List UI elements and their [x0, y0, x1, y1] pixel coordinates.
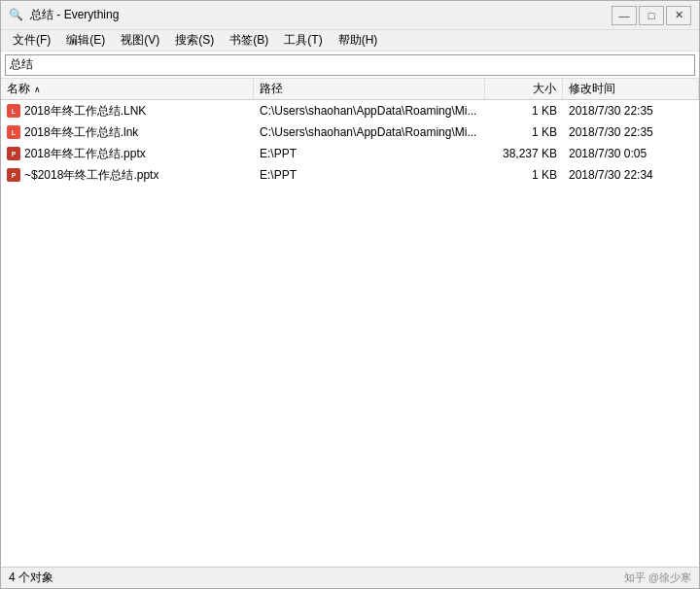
- cell-modified: 2018/7/30 22:35: [563, 121, 699, 143]
- cell-name: L2018年终工作总结.LNK: [1, 100, 254, 121]
- file-name: 2018年终工作总结.lnk: [24, 124, 138, 141]
- menu-item[interactable]: 搜索(S): [167, 30, 222, 51]
- title-text: 总结 - Everything: [30, 7, 612, 23]
- table-row[interactable]: P~$2018年终工作总结.pptxE:\PPT1 KB2018/7/30 22…: [1, 164, 699, 186]
- window-controls: — □ ✕: [612, 6, 691, 25]
- lnk-icon: L: [7, 125, 20, 139]
- pptx-icon: P: [7, 147, 20, 160]
- table-row[interactable]: L2018年终工作总结.LNKC:\Users\shaohan\AppData\…: [1, 100, 699, 121]
- restore-button[interactable]: □: [639, 6, 664, 25]
- col-header-path[interactable]: 路径: [254, 79, 485, 99]
- column-headers: 名称 ∧ 路径 大小 修改时间: [1, 79, 699, 100]
- file-list[interactable]: L2018年终工作总结.LNKC:\Users\shaohan\AppData\…: [1, 100, 699, 567]
- col-modified-label: 修改时间: [569, 81, 615, 97]
- cell-size: 38,237 KB: [485, 143, 563, 164]
- cell-modified: 2018/7/30 22:35: [563, 100, 699, 121]
- col-path-label: 路径: [260, 81, 283, 97]
- close-button[interactable]: ✕: [666, 6, 691, 25]
- status-count: 4 个对象: [9, 570, 53, 586]
- search-input[interactable]: [5, 54, 695, 76]
- menu-item[interactable]: 帮助(H): [331, 30, 386, 51]
- col-header-size[interactable]: 大小: [485, 79, 563, 99]
- menu-item[interactable]: 工具(T): [276, 30, 330, 51]
- search-bar: [1, 52, 699, 79]
- file-name: 2018年终工作总结.pptx: [24, 146, 146, 162]
- col-header-modified[interactable]: 修改时间: [563, 79, 699, 99]
- pptx-icon: P: [7, 168, 20, 182]
- lnk-icon: L: [7, 104, 20, 118]
- cell-size: 1 KB: [485, 164, 563, 186]
- cell-path: C:\Users\shaohan\AppData\Roaming\Mi...: [254, 100, 485, 121]
- cell-modified: 2018/7/30 22:34: [563, 164, 699, 186]
- cell-path: E:\PPT: [254, 164, 485, 186]
- file-name: ~$2018年终工作总结.pptx: [24, 167, 158, 184]
- watermark: 知乎 @徐少寒: [624, 571, 691, 585]
- title-bar: 🔍 总结 - Everything — □ ✕: [1, 1, 699, 30]
- menu-item[interactable]: 编辑(E): [58, 30, 113, 51]
- status-bar: 4 个对象 知乎 @徐少寒: [1, 567, 699, 588]
- cell-name: P~$2018年终工作总结.pptx: [1, 164, 254, 186]
- minimize-button[interactable]: —: [612, 6, 637, 25]
- table-row[interactable]: L2018年终工作总结.lnkC:\Users\shaohan\AppData\…: [1, 121, 699, 143]
- col-name-label: 名称: [7, 81, 30, 97]
- menu-item[interactable]: 文件(F): [5, 30, 58, 51]
- main-window: 🔍 总结 - Everything — □ ✕ 文件(F)编辑(E)视图(V)搜…: [0, 0, 700, 589]
- file-name: 2018年终工作总结.LNK: [24, 103, 146, 120]
- menu-item[interactable]: 书签(B): [222, 30, 276, 51]
- cell-modified: 2018/7/30 0:05: [563, 143, 699, 164]
- cell-path: C:\Users\shaohan\AppData\Roaming\Mi...: [254, 121, 485, 143]
- cell-size: 1 KB: [485, 121, 563, 143]
- menu-bar: 文件(F)编辑(E)视图(V)搜索(S)书签(B)工具(T)帮助(H): [1, 30, 699, 52]
- cell-name: P2018年终工作总结.pptx: [1, 143, 254, 164]
- col-header-name[interactable]: 名称 ∧: [1, 79, 254, 99]
- table-row[interactable]: P2018年终工作总结.pptxE:\PPT38,237 KB2018/7/30…: [1, 143, 699, 164]
- cell-path: E:\PPT: [254, 143, 485, 164]
- menu-item[interactable]: 视图(V): [113, 30, 167, 51]
- cell-size: 1 KB: [485, 100, 563, 121]
- col-size-label: 大小: [533, 81, 556, 97]
- app-icon: 🔍: [9, 8, 24, 23]
- sort-arrow: ∧: [34, 85, 41, 94]
- cell-name: L2018年终工作总结.lnk: [1, 121, 254, 143]
